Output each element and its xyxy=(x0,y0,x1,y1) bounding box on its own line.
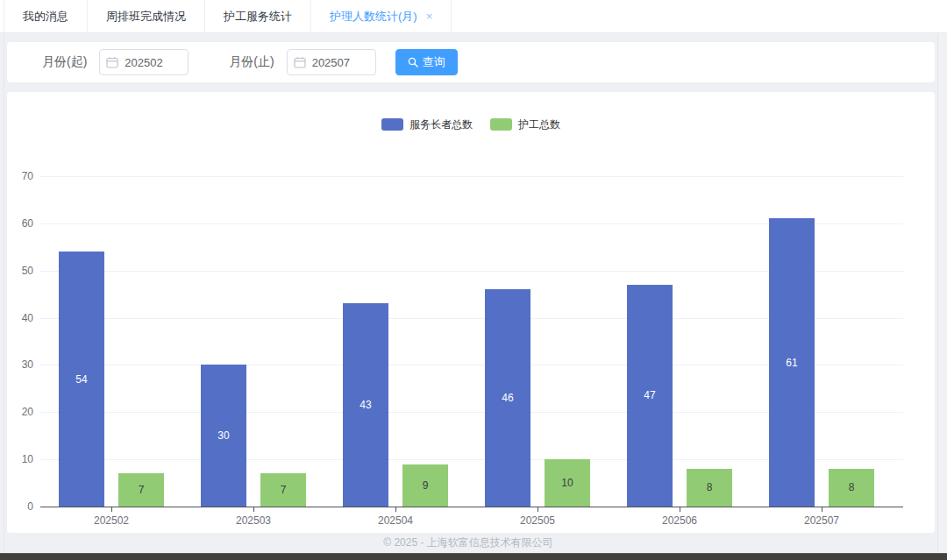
search-icon xyxy=(408,57,418,67)
y-axis-label-70: 70 xyxy=(7,170,33,182)
bar-value-label: 9 xyxy=(423,479,429,492)
tab-close-icon[interactable]: × xyxy=(426,11,433,22)
y-axis-label-40: 40 xyxy=(7,312,33,324)
chart-panel: 服务长者总数护工总数 01020304050607054720250230720… xyxy=(7,92,935,533)
tab-label: 护工服务统计 xyxy=(224,9,292,25)
bar-value-label: 47 xyxy=(644,389,655,401)
x-axis-label-202507: 202507 xyxy=(787,514,857,527)
bar-202507-服务长者总数[interactable]: 61 xyxy=(769,218,815,507)
y-axis-label-50: 50 xyxy=(7,265,33,277)
x-axis-tick-202507 xyxy=(822,507,822,512)
bar-202502-护工总数[interactable]: 7 xyxy=(118,473,164,507)
tab-label: 周排班完成情况 xyxy=(106,9,186,25)
legend-swatch xyxy=(381,118,403,131)
x-axis-label-202505: 202505 xyxy=(502,514,573,527)
bar-202504-护工总数[interactable]: 9 xyxy=(402,464,448,507)
tab-1[interactable]: 我的消息 xyxy=(4,0,88,32)
x-axis-label-202504: 202504 xyxy=(360,514,431,527)
chart-legend: 服务长者总数护工总数 xyxy=(7,117,935,132)
end-month-field xyxy=(287,49,376,75)
legend-label: 护工总数 xyxy=(518,117,560,132)
end-month-input[interactable] xyxy=(287,49,376,75)
y-axis-label-0: 0 xyxy=(7,500,33,513)
bar-202504-服务长者总数[interactable]: 43 xyxy=(343,303,388,507)
tab-label: 我的消息 xyxy=(23,9,68,25)
tab-2[interactable]: 周排班完成情况 xyxy=(88,0,205,32)
bar-value-label: 30 xyxy=(217,429,229,442)
bar-value-label: 8 xyxy=(849,481,855,493)
x-axis-tick-202505 xyxy=(538,507,538,512)
x-axis-label-202503: 202503 xyxy=(218,514,288,527)
sidebar-divider xyxy=(4,33,4,553)
start-month-label: 月份(起) xyxy=(42,54,87,70)
start-month-field xyxy=(99,49,189,75)
gridline-70 xyxy=(40,176,903,177)
bar-202505-服务长者总数[interactable]: 46 xyxy=(485,289,530,507)
bar-value-label: 7 xyxy=(281,484,287,496)
legend-item-1[interactable]: 服务长者总数 xyxy=(381,117,473,132)
scrollbar-track[interactable] xyxy=(937,34,947,553)
y-axis-label-10: 10 xyxy=(7,453,33,465)
y-axis-label-20: 20 xyxy=(7,406,33,418)
bottom-strip xyxy=(0,553,947,560)
tab-label: 护理人数统计(月) xyxy=(330,9,417,25)
bar-value-label: 43 xyxy=(360,399,371,411)
tab-4[interactable]: 护理人数统计(月)× xyxy=(311,0,452,32)
legend-label: 服务长者总数 xyxy=(409,117,473,132)
search-button[interactable]: 查询 xyxy=(395,49,458,75)
bar-value-label: 54 xyxy=(75,373,87,386)
bar-value-label: 61 xyxy=(786,357,797,369)
y-axis-label-60: 60 xyxy=(7,217,33,230)
footer-copyright: © 2025 - 上海软富信息技术有限公司 xyxy=(0,535,936,550)
start-month-input[interactable] xyxy=(99,49,189,75)
x-axis-tick-202504 xyxy=(395,507,396,512)
bar-202506-服务长者总数[interactable]: 47 xyxy=(627,285,673,507)
end-month-label: 月份(止) xyxy=(229,54,274,70)
bar-value-label: 8 xyxy=(707,481,713,493)
legend-swatch xyxy=(490,118,512,131)
tab-3[interactable]: 护工服务统计 xyxy=(205,0,311,32)
bar-202506-护工总数[interactable]: 8 xyxy=(687,469,732,507)
bar-202502-服务长者总数[interactable]: 54 xyxy=(59,252,104,507)
x-axis-label-202502: 202502 xyxy=(76,514,146,527)
search-button-label: 查询 xyxy=(423,54,445,70)
bar-value-label: 10 xyxy=(561,477,573,489)
query-card: 月份(起) 月份(止) 查询 xyxy=(7,42,935,82)
bar-value-label: 46 xyxy=(502,392,513,404)
bar-202505-护工总数[interactable]: 10 xyxy=(545,459,590,507)
x-axis-tick-202502 xyxy=(111,507,112,512)
y-axis-label-30: 30 xyxy=(7,358,33,371)
x-axis-tick-202506 xyxy=(680,507,680,512)
x-axis-label-202506: 202506 xyxy=(644,514,715,527)
x-axis-line xyxy=(40,507,903,507)
bar-value-label: 7 xyxy=(139,484,145,496)
bar-202507-护工总数[interactable]: 8 xyxy=(829,469,874,507)
legend-item-2[interactable]: 护工总数 xyxy=(490,117,560,132)
x-axis-tick-202503 xyxy=(253,507,254,512)
bar-202503-服务长者总数[interactable]: 30 xyxy=(201,365,246,507)
tab-bar: 我的消息周排班完成情况护工服务统计护理人数统计(月)× xyxy=(0,0,947,33)
bar-202503-护工总数[interactable]: 7 xyxy=(260,473,306,507)
